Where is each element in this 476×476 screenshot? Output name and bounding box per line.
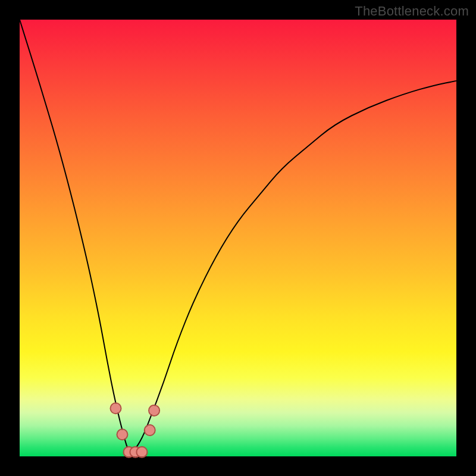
highlighted-point — [111, 403, 121, 413]
highlighted-point — [137, 447, 147, 457]
highlighted-points-group — [111, 403, 160, 457]
bottleneck-curve — [20, 20, 456, 452]
highlighted-point — [145, 425, 155, 435]
chart-frame: TheBottleneck.com — [0, 0, 476, 476]
highlighted-point — [118, 430, 127, 439]
chart-svg — [20, 20, 456, 456]
watermark-label: TheBottleneck.com — [355, 4, 469, 19]
highlighted-point — [149, 406, 159, 415]
